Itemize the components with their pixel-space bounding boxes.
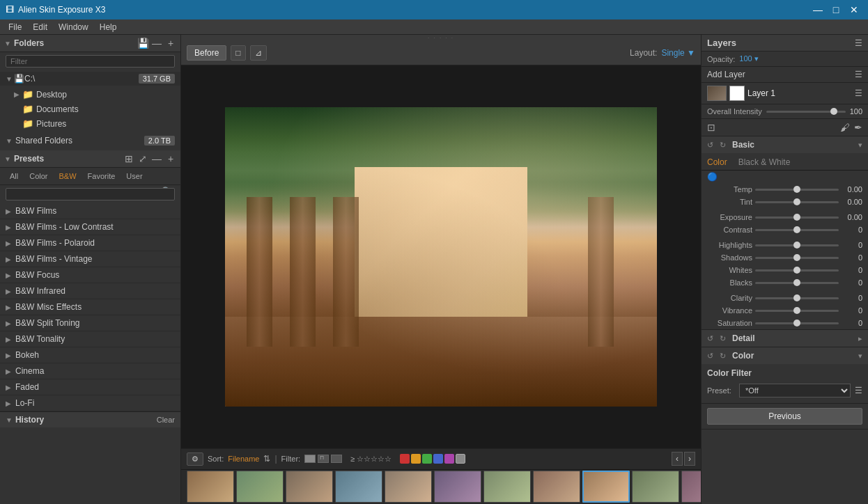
layers-menu-icon[interactable]: ☰ [855, 38, 862, 48]
presets-section-header[interactable]: ▼ Presets ⊞ ⤢ — + [0, 150, 180, 168]
folders-section-header[interactable]: ▼ Folders 💾 — + [0, 35, 180, 52]
slider-whites-thumb[interactable] [793, 267, 800, 274]
slider-saturation-thumb[interactable] [793, 320, 800, 326]
slider-highlights-thumb[interactable] [793, 242, 800, 249]
preset-faded[interactable]: ▶ Faded [0, 379, 180, 395]
presets-add-btn[interactable]: + [165, 153, 176, 164]
preset-bw-films[interactable]: ▶ B&W Films [0, 203, 180, 219]
close-button[interactable]: ✕ [846, 3, 862, 17]
thumb-4[interactable] [335, 471, 382, 503]
shared-folders-row[interactable]: ▼ Shared Folders 2.0 TB [0, 134, 180, 148]
preset-tab-user[interactable]: User [122, 171, 146, 182]
previous-button[interactable]: Previous [707, 408, 862, 425]
folders-add-btn[interactable]: + [165, 38, 176, 49]
slider-temp-thumb[interactable] [793, 186, 800, 193]
folder-item-pictures[interactable]: ▶ 📁 Pictures [0, 116, 180, 131]
preset-bw-split-toning[interactable]: ▶ B&W Split Toning [0, 315, 180, 331]
preset-bw-focus[interactable]: ▶ B&W Focus [0, 267, 180, 283]
thumb-3[interactable] [286, 471, 333, 503]
slider-blacks-thumb[interactable] [793, 279, 800, 286]
maximize-button[interactable]: □ [828, 3, 844, 17]
eyedrop-icon[interactable]: 🔵 [707, 172, 718, 182]
preset-tab-bw[interactable]: B&W [55, 171, 81, 182]
color-dot-purple[interactable] [444, 454, 454, 464]
color-dot-blue[interactable] [433, 454, 443, 464]
top-resize-handle[interactable]: · · · · · [181, 35, 701, 40]
color-reset-icon[interactable]: ↺ [707, 352, 717, 361]
thumb-9-active[interactable] [582, 471, 630, 503]
preset-bw-polaroid[interactable]: ▶ B&W Films - Polaroid [0, 235, 180, 251]
slider-whites[interactable] [755, 269, 839, 271]
add-layer-label[interactable]: Add Layer [707, 70, 852, 79]
color-collapse-icon[interactable]: ▾ [858, 352, 862, 361]
thumb-6[interactable] [434, 471, 481, 503]
thumb-7[interactable] [483, 471, 531, 503]
detail-section-header[interactable]: ↺ ↻ Detail ▸ [702, 330, 868, 347]
overall-intensity-slider[interactable] [766, 111, 846, 113]
slider-tint[interactable] [755, 201, 839, 203]
basic-reset-icon[interactable]: ↺ [707, 141, 717, 150]
basic-refresh-icon[interactable]: ↻ [720, 141, 729, 150]
menu-window[interactable]: Window [53, 21, 94, 33]
preset-search-input[interactable] [6, 188, 175, 200]
menu-file[interactable]: File [3, 21, 27, 33]
preset-bw-vintage[interactable]: ▶ B&W Films - Vintage [0, 251, 180, 267]
star-filter[interactable]: ≥ ☆☆☆☆☆ [350, 455, 392, 464]
minimize-button[interactable]: — [809, 3, 826, 17]
thumb-5[interactable] [385, 471, 432, 503]
filmstrip-settings-btn[interactable]: ⚙ [187, 452, 203, 466]
history-clear-button[interactable]: Clear [157, 416, 175, 424]
drive-expand-arrow[interactable]: ▼ [6, 75, 14, 83]
color-refresh-icon[interactable]: ↻ [720, 352, 729, 361]
view-btn-1[interactable]: □ [231, 45, 245, 61]
color-dot-gray[interactable] [456, 454, 465, 464]
filter-icon-3[interactable] [331, 455, 342, 463]
folders-save-icon[interactable]: 💾 [137, 38, 148, 49]
view-btn-2[interactable]: ⊿ [250, 45, 267, 61]
thumb-10[interactable] [632, 471, 679, 503]
basic-section-header[interactable]: ↺ ↻ Basic ▾ [702, 136, 868, 153]
crop-tool[interactable]: ⊡ [707, 122, 715, 133]
layer-1-menu[interactable]: ☰ [855, 88, 862, 98]
opacity-value[interactable]: 100 ▾ [739, 54, 758, 63]
filmstrip-next-btn[interactable]: › [684, 452, 695, 466]
color-filter-menu-icon[interactable]: ☰ [855, 386, 862, 395]
preset-bw-tonality[interactable]: ▶ B&W Tonality [0, 331, 180, 347]
color-dot-orange[interactable] [411, 454, 421, 464]
presets-grid-icon[interactable]: ⊞ [123, 153, 134, 164]
preset-bw-infrared[interactable]: ▶ B&W Infrared [0, 283, 180, 299]
color-dot-green[interactable] [422, 454, 432, 464]
preset-bw-misc[interactable]: ▶ B&W Misc Effects [0, 299, 180, 315]
folders-collapse-btn[interactable]: — [151, 38, 162, 49]
slider-clarity[interactable] [755, 297, 839, 299]
basic-tab-bw[interactable]: Black & White [738, 157, 791, 167]
filter-icon-2[interactable]: ⊓ [318, 455, 329, 463]
drive-row[interactable]: ▼ 💾 C:\ 31.7 GB [0, 72, 180, 86]
filmstrip-prev-btn[interactable]: ‹ [672, 452, 683, 466]
slider-clarity-thumb[interactable] [793, 294, 800, 301]
layers-row-menu[interactable]: ☰ [855, 70, 862, 79]
slider-temp[interactable] [755, 189, 839, 191]
menu-edit[interactable]: Edit [27, 21, 53, 33]
slider-exposure[interactable] [755, 216, 839, 219]
preset-tab-favorite[interactable]: Favorite [84, 171, 120, 182]
preset-lo-fi[interactable]: ▶ Lo-Fi [0, 395, 180, 411]
before-button[interactable]: Before [187, 45, 226, 61]
filter-icon-1[interactable] [304, 455, 316, 463]
color-section-header[interactable]: ↺ ↻ Color ▾ [702, 347, 868, 364]
filmstrip-sort-value[interactable]: Filename [228, 455, 259, 463]
history-collapse-arrow[interactable]: ▼ [6, 416, 13, 424]
folders-filter-input[interactable] [6, 55, 175, 68]
slider-vibrance[interactable] [755, 310, 839, 312]
thumb-2[interactable] [236, 471, 284, 503]
slider-blacks[interactable] [755, 282, 839, 284]
thumb-11[interactable] [681, 471, 701, 503]
folder-desktop-arrow[interactable]: ▶ [14, 90, 22, 98]
thumb-1[interactable] [187, 471, 234, 503]
brush-tool[interactable]: 🖌 [840, 122, 850, 133]
preset-tab-all[interactable]: All [6, 171, 22, 182]
slider-vibrance-thumb[interactable] [793, 307, 800, 314]
overall-intensity-thumb[interactable] [830, 108, 837, 115]
slider-highlights[interactable] [755, 244, 839, 246]
slider-contrast-thumb[interactable] [793, 226, 800, 233]
